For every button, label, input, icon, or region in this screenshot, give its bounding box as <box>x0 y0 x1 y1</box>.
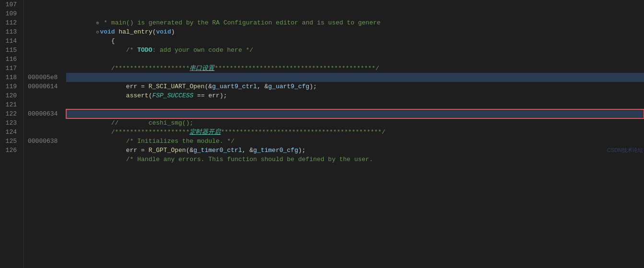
addr-115 <box>26 46 60 55</box>
line-num-119: 119 <box>4 82 20 91</box>
addr-125: 00000638 <box>26 137 60 146</box>
code-editor: 107 109 112 113 114 115 116 117 118 119 … <box>0 0 644 268</box>
addr-122: 00000634 <box>26 109 60 118</box>
addr-113 <box>26 27 60 36</box>
line-num-123: 123 <box>4 118 20 128</box>
line-num-107: 107 <box>4 0 20 9</box>
code-line-118: err = R_SCI_UART_Open(&g_uart9_ctrl, &g_… <box>66 73 644 82</box>
addr-120 <box>26 91 60 100</box>
watermark: CSDN技术论坛 <box>607 146 643 155</box>
line-num-113: 113 <box>4 27 20 36</box>
code-line-109: ⊕ * main() is generated by the RA Config… <box>66 9 644 18</box>
code-line-119: assert(FSP_SUCCESS == err); <box>66 82 644 91</box>
line-num-121: 121 <box>4 100 20 109</box>
code-line-124: /* Initializes the module. */ <box>66 128 644 137</box>
addr-121 <box>26 100 60 109</box>
addr-124 <box>26 128 60 137</box>
code-line-115 <box>66 46 644 55</box>
code-line-125: err = R_GPT_Open(&g_timer0_ctrl, &g_time… <box>66 137 644 146</box>
code-lines: ⊕ * main() is generated by the RA Config… <box>66 0 644 155</box>
code-line-122: // ceshi_smg(); <box>66 109 644 118</box>
addr-114 <box>26 36 60 46</box>
line-num-118: 118 <box>4 73 20 82</box>
addr-117 <box>26 64 60 73</box>
line-num-117: 117 <box>4 64 20 73</box>
line-num-116: 116 <box>4 55 20 64</box>
code-line-112: ⊖void hal_entry(void) <box>66 18 644 27</box>
code-content-area[interactable]: ⊕ * main() is generated by the RA Config… <box>62 0 644 268</box>
line-num-125: 125 <box>4 137 20 146</box>
code-line-117: /* Open the transfer instance with initi… <box>66 64 644 73</box>
addr-123 <box>26 118 60 128</box>
code-line-114: /* TODO: add your own code here */ <box>66 36 644 46</box>
code-line-113: { <box>66 27 644 36</box>
code-line-116: /********************串口设置***************… <box>66 55 644 64</box>
line-num-114: 114 <box>4 36 20 46</box>
code-line-120 <box>66 91 644 100</box>
addresses-column: 000005e8 00000614 00000634 00000638 <box>24 0 62 268</box>
addr-118: 000005e8 <box>26 73 60 82</box>
line-num-122: 122 <box>4 109 20 118</box>
line-num-109: 109 <box>4 9 20 18</box>
line-num-112: 112 <box>4 18 20 27</box>
code-line-126: /* Handle any errors. This function shou… <box>66 146 644 155</box>
line-num-124: 124 <box>4 128 20 137</box>
code-line-107 <box>66 0 644 9</box>
addr-119: 00000614 <box>26 82 60 91</box>
code-line-123: /********************定时器开启**************… <box>66 118 644 128</box>
addr-107 <box>26 0 60 9</box>
line-num-115: 115 <box>4 46 20 55</box>
addr-126 <box>26 146 60 155</box>
addr-112 <box>26 18 60 27</box>
addr-116 <box>26 55 60 64</box>
code-line-121: /********************数码管测试**************… <box>66 100 644 109</box>
addr-109 <box>26 9 60 18</box>
line-numbers: 107 109 112 113 114 115 116 117 118 119 … <box>0 0 24 268</box>
line-num-120: 120 <box>4 91 20 100</box>
line-num-126: 126 <box>4 146 20 155</box>
